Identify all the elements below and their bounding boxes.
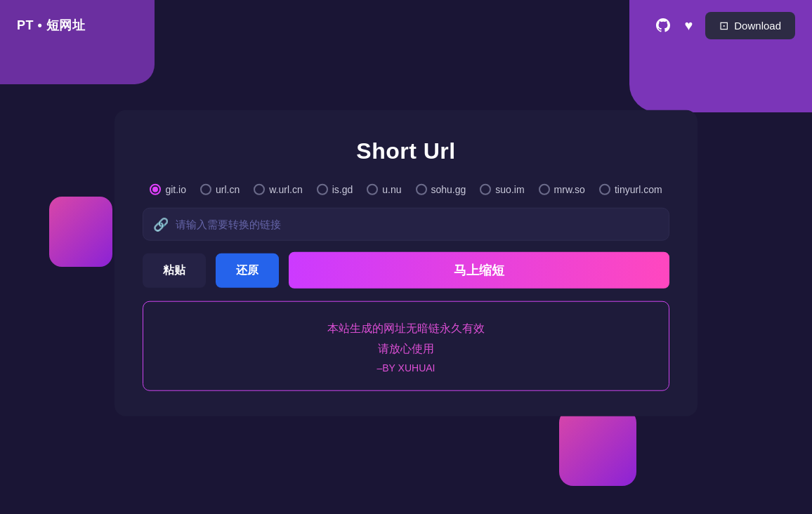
navbar-right: ♥ ⊡ Download bbox=[655, 12, 795, 39]
paste-button[interactable]: 粘贴 bbox=[143, 253, 206, 287]
bg-shape-bottom-right bbox=[559, 409, 636, 486]
bg-shape-left bbox=[49, 197, 112, 267]
radio-url-cn[interactable]: url.cn bbox=[200, 184, 240, 195]
radio-w-url-cn[interactable]: w.url.cn bbox=[254, 184, 302, 195]
heart-icon[interactable]: ♥ bbox=[684, 18, 693, 34]
link-icon: 🔗 bbox=[153, 216, 169, 232]
radio-is-gd[interactable]: is.gd bbox=[317, 184, 353, 195]
info-line-2: 请放心使用 bbox=[157, 342, 655, 357]
radio-u-nu[interactable]: u.nu bbox=[367, 184, 401, 195]
shorten-button[interactable]: 马上缩短 bbox=[289, 252, 669, 289]
url-input-row: 🔗 bbox=[143, 208, 669, 241]
url-input[interactable] bbox=[176, 209, 659, 240]
info-line-1: 本站生成的网址无暗链永久有效 bbox=[157, 322, 655, 336]
download-icon: ⊡ bbox=[719, 19, 728, 32]
main-card: Short Url git.io url.cn w.url.cn is.gd u… bbox=[114, 110, 698, 416]
restore-button[interactable]: 还原 bbox=[216, 253, 279, 287]
brand-title: PT • 短网址 bbox=[17, 17, 85, 34]
buttons-row: 粘贴 还原 马上缩短 bbox=[143, 252, 669, 289]
radio-sohu-gg[interactable]: sohu.gg bbox=[416, 184, 466, 195]
navbar: PT • 短网址 ♥ ⊡ Download bbox=[0, 0, 812, 51]
card-title: Short Url bbox=[143, 138, 669, 164]
info-line-3: –BY XUHUAI bbox=[157, 362, 655, 374]
radio-suo-im[interactable]: suo.im bbox=[480, 184, 524, 195]
radio-group: git.io url.cn w.url.cn is.gd u.nu sohu.g… bbox=[143, 184, 669, 195]
radio-tinyurl[interactable]: tinyurl.com bbox=[599, 184, 662, 195]
github-icon[interactable] bbox=[655, 17, 672, 34]
radio-git-io[interactable]: git.io bbox=[150, 184, 186, 195]
radio-mrw-so[interactable]: mrw.so bbox=[539, 184, 585, 195]
info-box: 本站生成的网址无暗链永久有效 请放心使用 –BY XUHUAI bbox=[143, 301, 669, 391]
download-button[interactable]: ⊡ Download bbox=[705, 12, 795, 39]
